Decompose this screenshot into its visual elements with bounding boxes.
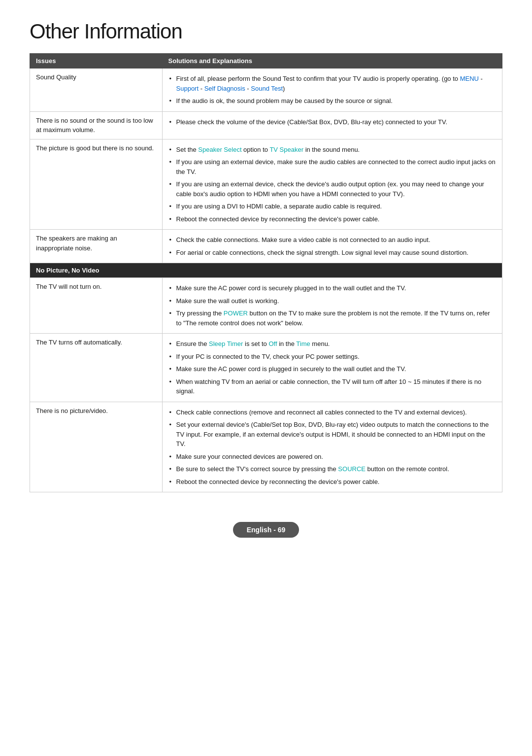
solution-cell: First of all, please perform the Sound T… xyxy=(162,69,502,112)
solution-cell: Ensure the Sleep Timer is set to Off in … xyxy=(162,334,502,402)
col-issues-header: Issues xyxy=(30,54,163,69)
solution-item: If the audio is ok, the sound problem ma… xyxy=(168,95,496,107)
issue-cell: The speakers are making an inappropriate… xyxy=(30,230,163,263)
solution-item: Make sure the wall outlet is working. xyxy=(168,295,496,308)
solution-item: If your PC is connected to the TV, check… xyxy=(168,350,496,363)
solution-item: Set your external device's (Cable/Set to… xyxy=(168,418,496,450)
link-cyan: Off xyxy=(268,340,277,347)
link-blue: Self Diagnosis xyxy=(204,85,245,92)
link-cyan: SOURCE xyxy=(338,465,366,473)
table-row: The TV will not turn on.Make sure the AC… xyxy=(30,278,502,334)
link-blue: Support xyxy=(176,85,199,92)
link-cyan: Time xyxy=(296,340,310,347)
main-table: Issues Solutions and Explanations Sound … xyxy=(30,53,502,492)
solution-item: Make sure the AC power cord is plugged i… xyxy=(168,363,496,376)
col-solutions-header: Solutions and Explanations xyxy=(162,54,502,69)
solution-item: When watching TV from an aerial or cable… xyxy=(168,376,496,398)
solution-cell: Please check the volume of the device (C… xyxy=(162,111,502,139)
issue-cell: There is no sound or the sound is too lo… xyxy=(30,111,163,139)
issue-label: Sound Quality xyxy=(36,73,76,81)
solution-item: Try pressing the POWER button on the TV … xyxy=(168,307,496,329)
issue-label: There is no sound or the sound is too lo… xyxy=(36,117,153,134)
issue-cell: There is no picture/video. xyxy=(30,402,163,492)
section-header: No Picture, No Video xyxy=(30,263,502,278)
issue-cell: The TV turns off automatically. xyxy=(30,334,163,402)
solution-cell: Check cable connections (remove and reco… xyxy=(162,402,502,492)
issue-label: The picture is good but there is no soun… xyxy=(36,144,154,152)
table-row: The speakers are making an inappropriate… xyxy=(30,230,502,263)
table-row: Sound QualityFirst of all, please perfor… xyxy=(30,69,502,112)
solution-item: Set the Speaker Select option to TV Spea… xyxy=(168,143,496,156)
solution-item: Be sure to select the TV's correct sourc… xyxy=(168,463,496,476)
page-title: Other Information xyxy=(30,20,502,43)
link-cyan: POWER xyxy=(224,309,248,317)
issue-label: The TV will not turn on. xyxy=(36,283,101,290)
solution-item: For aerial or cable connections, check t… xyxy=(168,246,496,259)
issue-cell: The picture is good but there is no soun… xyxy=(30,139,163,230)
solution-item: Make sure the AC power cord is securely … xyxy=(168,282,496,295)
link-blue: Sound Test xyxy=(251,85,283,92)
footer: English - 69 xyxy=(30,522,502,538)
page-number-badge: English - 69 xyxy=(233,522,299,538)
solution-item: Reboot the connected device by reconnect… xyxy=(168,213,496,226)
solution-cell: Make sure the AC power cord is securely … xyxy=(162,278,502,334)
solution-item: If you are using a DVI to HDMI cable, a … xyxy=(168,200,496,213)
link-cyan: Speaker Select xyxy=(198,146,241,153)
issue-label: The speakers are making an inappropriate… xyxy=(36,235,117,252)
issue-cell: The TV will not turn on. xyxy=(30,278,163,334)
solution-cell: Set the Speaker Select option to TV Spea… xyxy=(162,139,502,230)
link-cyan: Sleep Timer xyxy=(209,340,243,347)
solution-item: Make sure your connected devices are pow… xyxy=(168,450,496,463)
solution-item: If you are using an external device, che… xyxy=(168,178,496,200)
table-row: The picture is good but there is no soun… xyxy=(30,139,502,230)
table-row: The TV turns off automatically.Ensure th… xyxy=(30,334,502,402)
solution-item: First of all, please perform the Sound T… xyxy=(168,72,496,95)
link-blue: MENU xyxy=(460,75,479,82)
solution-item: Check cable connections (remove and reco… xyxy=(168,406,496,419)
solution-item: If you are using an external device, mak… xyxy=(168,156,496,178)
issue-cell: Sound Quality xyxy=(30,69,163,112)
issue-label: The TV turns off automatically. xyxy=(36,339,122,346)
solution-item: Reboot the connected device by reconnect… xyxy=(168,476,496,488)
table-row: There is no sound or the sound is too lo… xyxy=(30,111,502,139)
solution-cell: Check the cable connections. Make sure a… xyxy=(162,230,502,263)
issue-label: There is no picture/video. xyxy=(36,407,108,414)
solution-item: Check the cable connections. Make sure a… xyxy=(168,234,496,246)
table-row: There is no picture/video.Check cable co… xyxy=(30,402,502,492)
solution-item: Please check the volume of the device (C… xyxy=(168,116,496,129)
solution-item: Ensure the Sleep Timer is set to Off in … xyxy=(168,338,496,350)
link-cyan: TV Speaker xyxy=(269,146,303,153)
